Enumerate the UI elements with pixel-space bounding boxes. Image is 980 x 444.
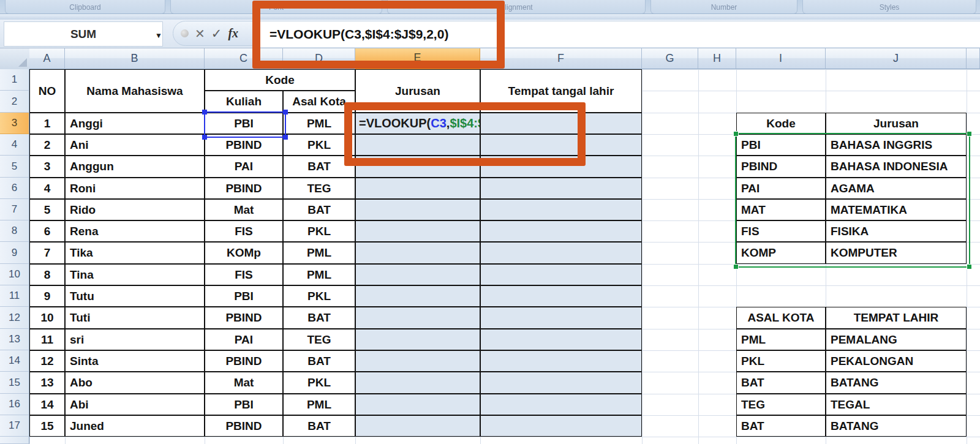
column-header-B[interactable]: B — [65, 48, 205, 69]
cell-F8[interactable] — [480, 220, 642, 242]
cell-E17[interactable] — [355, 415, 480, 437]
row-header-6[interactable]: 6 — [0, 178, 29, 199]
cell-A5[interactable]: 3 — [29, 156, 65, 178]
row-header-10[interactable]: 10 — [0, 264, 29, 285]
cell-F13[interactable] — [480, 329, 642, 350]
selection-handle[interactable] — [967, 264, 972, 269]
cell-J17[interactable]: BATANG — [826, 415, 967, 437]
cell-D7[interactable]: BAT — [283, 199, 355, 220]
cell-I13[interactable]: PML — [736, 329, 826, 350]
cell-B14[interactable]: Sinta — [65, 350, 205, 372]
cell-F9[interactable] — [480, 242, 642, 264]
cell-F6[interactable] — [480, 178, 642, 199]
cell-F17[interactable] — [480, 415, 642, 437]
cell-J14[interactable]: PEKALONGAN — [826, 350, 967, 372]
cell-E7[interactable] — [355, 199, 480, 220]
column-header-G[interactable]: G — [642, 48, 698, 69]
row-header-1[interactable]: 1 — [0, 69, 29, 91]
cell-B17[interactable]: Juned — [65, 415, 205, 437]
cell-J16[interactable]: TEGAL — [826, 394, 967, 415]
row-header-2[interactable]: 2 — [0, 91, 29, 113]
cell-E16[interactable] — [355, 394, 480, 415]
cell-C6[interactable]: PBIND — [205, 178, 283, 199]
column-header-J[interactable]: J — [826, 48, 967, 69]
cell-E9[interactable] — [355, 242, 480, 264]
cell-A4[interactable]: 2 — [29, 134, 65, 156]
cell-F7[interactable] — [480, 199, 642, 220]
select-all-corner[interactable] — [0, 48, 30, 70]
cell-C14[interactable]: PBIND — [205, 350, 283, 372]
cell-E10[interactable] — [355, 264, 480, 285]
cell-E8[interactable] — [355, 220, 480, 242]
row-header-partial[interactable] — [0, 437, 29, 444]
cell-C7[interactable]: Mat — [205, 199, 283, 220]
row-header-9[interactable]: 9 — [0, 242, 29, 264]
row-header-13[interactable]: 13 — [0, 329, 29, 350]
cell-D11[interactable]: PKL — [283, 285, 355, 307]
cell-J13[interactable]: PEMALANG — [826, 329, 967, 350]
cell-A6[interactable]: 4 — [29, 178, 65, 199]
cell-C12[interactable]: PBIND — [205, 307, 283, 329]
cell-J15[interactable]: BATANG — [826, 372, 967, 394]
cell-A3[interactable]: 1 — [29, 113, 65, 134]
cell-J3[interactable]: Jurusan — [826, 113, 967, 134]
cell-A12[interactable]: 10 — [29, 307, 65, 329]
cell-I14[interactable]: PKL — [736, 350, 826, 372]
column-header-I[interactable]: I — [736, 48, 826, 69]
cell-C11[interactable]: PBI — [205, 285, 283, 307]
selection-handle[interactable] — [733, 264, 739, 269]
cell-A17[interactable]: 15 — [29, 415, 65, 437]
cell-I16[interactable]: TEG — [736, 394, 826, 415]
cell-A8[interactable]: 6 — [29, 220, 65, 242]
cell-B5[interactable]: Anggun — [65, 156, 205, 178]
cell-B8[interactable]: Rena — [65, 220, 205, 242]
cell-C13[interactable]: PAI — [205, 329, 283, 350]
cell-A13[interactable]: 11 — [29, 329, 65, 350]
row-header-3[interactable]: 3 — [0, 113, 29, 134]
enter-icon[interactable]: ✓ — [211, 26, 222, 41]
cell-F14[interactable] — [480, 350, 642, 372]
cell-I17[interactable]: BAT — [736, 415, 826, 437]
name-box-dropdown-icon[interactable]: ▼ — [155, 31, 162, 40]
cell-D13[interactable]: TEG — [283, 329, 355, 350]
row-header-8[interactable]: 8 — [0, 220, 29, 242]
selection-handle[interactable] — [733, 131, 739, 137]
cell-A1[interactable]: NO — [29, 69, 65, 113]
cell-E14[interactable] — [355, 350, 480, 372]
cell-A11[interactable]: 9 — [29, 285, 65, 307]
cell-D16[interactable]: PML — [283, 394, 355, 415]
row-header-12[interactable]: 12 — [0, 307, 29, 329]
cell-A16[interactable]: 14 — [29, 394, 65, 415]
row-header-15[interactable]: 15 — [0, 372, 29, 394]
row-header-5[interactable]: 5 — [0, 156, 29, 178]
cell-B1[interactable]: Nama Mahasiswa — [65, 69, 205, 113]
cell-F16[interactable] — [480, 394, 642, 415]
cell-B15[interactable]: Abo — [65, 372, 205, 394]
column-header-A[interactable]: A — [29, 48, 65, 69]
insert-function-icon[interactable]: fx — [228, 26, 238, 40]
selection-handle[interactable] — [202, 135, 207, 140]
row-header-7[interactable]: 7 — [0, 199, 29, 220]
row-header-17[interactable]: 17 — [0, 415, 29, 437]
cell-C17[interactable]: PBIND — [205, 415, 283, 437]
cell-I15[interactable]: BAT — [736, 372, 826, 394]
cell-C8[interactable]: FIS — [205, 220, 283, 242]
cell-E12[interactable] — [355, 307, 480, 329]
cell-B9[interactable]: Tika — [65, 242, 205, 264]
column-header-H[interactable]: H — [698, 48, 736, 69]
cell-D15[interactable]: PKL — [283, 372, 355, 394]
row-header-14[interactable]: 14 — [0, 350, 29, 372]
cell-C9[interactable]: KOMp — [205, 242, 283, 264]
cell-F12[interactable] — [480, 307, 642, 329]
cell-D12[interactable]: BAT — [283, 307, 355, 329]
cancel-icon[interactable]: ✕ — [195, 26, 205, 41]
cell-D6[interactable]: TEG — [283, 178, 355, 199]
cell-B12[interactable]: Tuti — [65, 307, 205, 329]
cell-B10[interactable]: Tina — [65, 264, 205, 285]
row-header-16[interactable]: 16 — [0, 394, 29, 415]
cell-A7[interactable]: 5 — [29, 199, 65, 220]
cell-I3[interactable]: Kode — [736, 113, 826, 134]
selection-handle[interactable] — [283, 135, 288, 140]
cell-I12[interactable]: ASAL KOTA — [736, 307, 826, 329]
cell-D14[interactable]: BAT — [283, 350, 355, 372]
